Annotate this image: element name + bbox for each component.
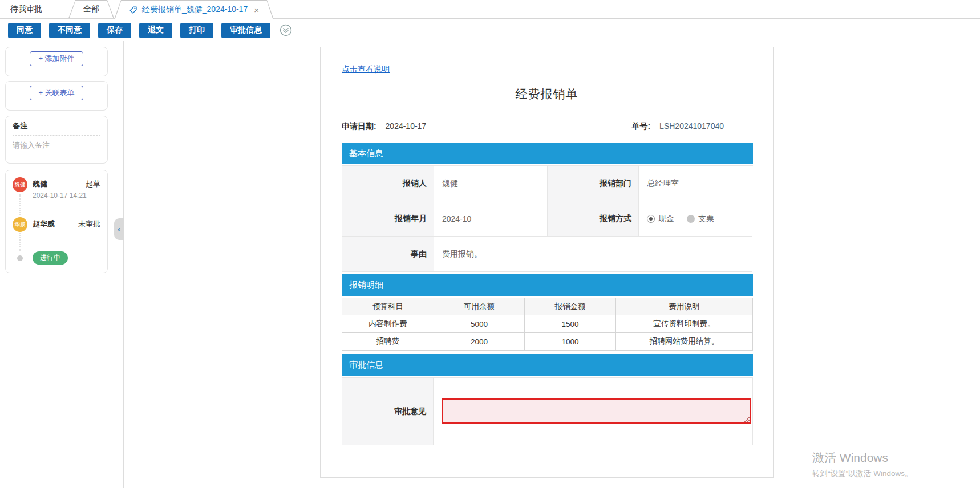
section-header-approval: 审批信息 bbox=[342, 354, 753, 376]
flow-step-status: 未审批 bbox=[78, 219, 100, 229]
section-header-basic: 基本信息 bbox=[342, 143, 753, 164]
expense-detail-table: 预算科目 可用余额 报销金额 费用说明 内容制作费 5000 1500 宣传资料… bbox=[342, 298, 753, 351]
radio-selected-icon bbox=[647, 215, 655, 223]
flow-step-name: 赵华威 bbox=[33, 219, 55, 229]
avatar: 魏健 bbox=[13, 177, 27, 192]
month-label: 报销年月 bbox=[342, 201, 434, 237]
table-cell: 宣传资料印制费。 bbox=[616, 315, 753, 333]
apply-date-value: 2024-10-17 bbox=[386, 121, 427, 131]
serial-value: LSH20241017040 bbox=[659, 121, 724, 131]
flow-step-2: 华威 赵华威 未审批 bbox=[13, 217, 100, 232]
attachment-card: + 添加附件 bbox=[5, 47, 108, 76]
more-actions-icon[interactable] bbox=[280, 24, 292, 36]
table-row: 内容制作费 5000 1500 宣传资料印制费。 bbox=[342, 315, 753, 333]
tab-all[interactable]: 全部 bbox=[68, 0, 114, 18]
month-value: 2024-10 bbox=[434, 201, 548, 237]
view-instructions-link[interactable]: 点击查看说明 bbox=[342, 64, 390, 75]
apply-date-label: 申请日期: bbox=[342, 121, 376, 131]
link-form-button[interactable]: + 关联表单 bbox=[30, 86, 83, 100]
basic-info-grid: 报销人 魏健 报销部门 总经理室 报销年月 2024-10 报销方式 现金 支票… bbox=[342, 165, 753, 272]
flow-step-1: 魏健 魏健 起草 2024-10-17 14:21 bbox=[13, 177, 100, 200]
approval-flow-card: 魏健 魏健 起草 2024-10-17 14:21 华威 赵华威 未审批 进行中 bbox=[5, 170, 108, 273]
approval-comment-block: 审批意见 bbox=[342, 377, 753, 445]
flow-end-dot bbox=[17, 255, 23, 261]
flow-step-name: 魏健 bbox=[33, 179, 47, 189]
sidebar: + 添加附件 + 关联表单 备注 请输入备注 魏健 魏健 起草 2024-10-… bbox=[5, 47, 108, 273]
reason-label: 事由 bbox=[342, 237, 434, 272]
table-row: 招聘费 2000 1000 招聘网站费用结算。 bbox=[342, 333, 753, 351]
approval-comment-label: 审批意见 bbox=[342, 378, 434, 445]
return-document-button[interactable]: 退文 bbox=[139, 23, 172, 38]
flow-step-status: 起草 bbox=[86, 179, 100, 189]
form-meta-row: 申请日期: 2024-10-17 单号: LSH20241017040 bbox=[342, 121, 752, 132]
form-title: 经费报销单 bbox=[321, 86, 773, 102]
flow-current: 进行中 bbox=[13, 251, 68, 265]
divider bbox=[11, 70, 102, 70]
tab-expense-form[interactable]: 经费报销单_魏健_2024-10-17 × bbox=[114, 0, 274, 19]
flow-step-time: 2024-10-17 14:21 bbox=[33, 192, 100, 200]
save-button[interactable]: 保存 bbox=[98, 23, 131, 38]
tab-bar: 待我审批 全部 经费报销单_魏健_2024-10-17 × bbox=[0, 0, 980, 19]
status-badge: 进行中 bbox=[33, 251, 68, 265]
avatar: 华威 bbox=[13, 217, 27, 232]
table-cell: 招聘网站费用结算。 bbox=[616, 333, 753, 351]
table-cell: 2000 bbox=[434, 333, 525, 351]
divider bbox=[11, 104, 102, 104]
reason-value: 费用报销。 bbox=[434, 237, 752, 272]
column-header: 预算科目 bbox=[342, 298, 434, 315]
table-cell: 1500 bbox=[525, 315, 616, 333]
serial-label: 单号: bbox=[632, 121, 651, 131]
module-title: 待我审批 bbox=[10, 4, 42, 14]
column-header: 费用说明 bbox=[616, 298, 753, 315]
print-button[interactable]: 打印 bbox=[180, 23, 213, 38]
note-card: 备注 请输入备注 bbox=[5, 116, 108, 164]
applicant-value: 魏健 bbox=[434, 166, 548, 201]
approval-comment-textarea[interactable] bbox=[442, 398, 751, 424]
divider bbox=[13, 135, 100, 136]
sidebar-divider bbox=[123, 41, 124, 488]
agree-button[interactable]: 同意 bbox=[8, 23, 41, 38]
flow-connector bbox=[19, 233, 21, 251]
collapse-sidebar-handle[interactable]: ‹ bbox=[114, 218, 124, 240]
watermark-line2: 转到“设置”以激活 Windows。 bbox=[812, 469, 913, 479]
note-input[interactable]: 请输入备注 bbox=[13, 140, 100, 151]
table-cell: 1000 bbox=[525, 333, 616, 351]
close-tab-icon[interactable]: × bbox=[254, 6, 259, 14]
action-toolbar: 同意 不同意 保存 退文 打印 审批信息 bbox=[0, 19, 980, 41]
disagree-button[interactable]: 不同意 bbox=[49, 23, 90, 38]
note-title: 备注 bbox=[13, 121, 100, 131]
table-cell: 5000 bbox=[434, 315, 525, 333]
column-header: 报销金额 bbox=[525, 298, 616, 315]
tag-icon bbox=[129, 6, 137, 14]
table-cell: 内容制作费 bbox=[342, 315, 434, 333]
expense-form-panel: 点击查看说明 经费报销单 申请日期: 2024-10-17 单号: LSH202… bbox=[320, 47, 774, 478]
related-form-card: + 关联表单 bbox=[5, 81, 108, 111]
radio-cash[interactable]: 现金 bbox=[647, 214, 674, 224]
payment-method-label: 报销方式 bbox=[548, 201, 639, 237]
payment-method-group: 现金 支票 bbox=[647, 214, 714, 224]
radio-cheque[interactable]: 支票 bbox=[687, 214, 714, 224]
column-header: 可用余额 bbox=[434, 298, 525, 315]
table-cell: 招聘费 bbox=[342, 333, 434, 351]
windows-activation-watermark: 激活 Windows 转到“设置”以激活 Windows。 bbox=[812, 450, 913, 479]
department-label: 报销部门 bbox=[548, 166, 639, 201]
section-header-detail: 报销明细 bbox=[342, 274, 753, 296]
radio-unselected-icon bbox=[687, 215, 695, 223]
add-attachment-button[interactable]: + 添加附件 bbox=[30, 51, 83, 66]
watermark-line1: 激活 Windows bbox=[812, 450, 913, 466]
table-header-row: 预算科目 可用余额 报销金额 费用说明 bbox=[342, 298, 753, 315]
approval-info-button[interactable]: 审批信息 bbox=[221, 23, 270, 38]
tab-label: 经费报销单_魏健_2024-10-17 bbox=[142, 5, 248, 15]
department-value: 总经理室 bbox=[639, 166, 752, 201]
applicant-label: 报销人 bbox=[342, 166, 434, 201]
